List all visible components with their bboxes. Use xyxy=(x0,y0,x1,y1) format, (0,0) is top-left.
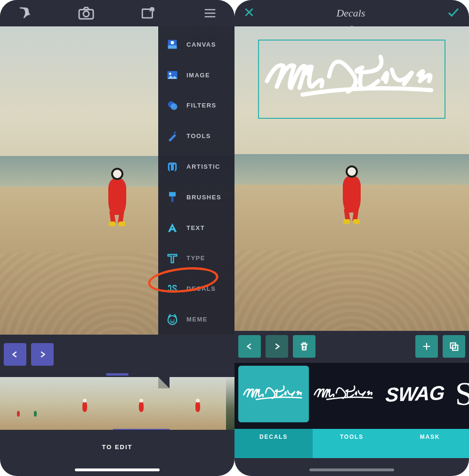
thumbnail-strip[interactable] xyxy=(0,377,234,434)
to-edit-label: TO EDIT xyxy=(0,436,234,457)
side-menu: CANVAS IMAGE FILTERS TOOLS ARTISTIC xyxy=(158,26,234,335)
filters-icon xyxy=(165,98,180,113)
redo-button[interactable] xyxy=(266,335,288,358)
photo-subject xyxy=(339,165,364,222)
undo-button[interactable] xyxy=(238,335,261,358)
decal-tile-wildfree-white[interactable] xyxy=(309,366,380,422)
screen-title: Decals xyxy=(336,7,365,19)
svg-rect-5 xyxy=(168,46,177,49)
photo-subject xyxy=(105,168,130,224)
left-phone-frame: CANVAS IMAGE FILTERS TOOLS ARTISTIC xyxy=(0,0,234,476)
svg-point-1 xyxy=(83,11,89,17)
duplicate-button[interactable] xyxy=(443,335,465,358)
tools-icon xyxy=(165,129,180,144)
delete-button[interactable] xyxy=(293,335,315,358)
menu-item-artistic[interactable]: ARTISTIC xyxy=(158,151,234,182)
wildfree-decal-glyph xyxy=(265,49,439,110)
tab-mask[interactable]: MASK xyxy=(391,429,469,458)
menu-item-meme[interactable]: MEME xyxy=(158,304,234,335)
undo-button[interactable] xyxy=(4,343,26,366)
meme-icon xyxy=(165,312,180,327)
canvas-icon xyxy=(165,37,180,52)
thumbnail-2[interactable] xyxy=(57,377,113,430)
menu-icon[interactable] xyxy=(196,6,224,20)
menu-label-filters: FILTERS xyxy=(186,102,217,109)
svg-point-13 xyxy=(168,315,177,324)
menu-item-text[interactable]: TEXT xyxy=(158,213,234,243)
thumbnail-4[interactable] xyxy=(170,377,226,430)
decal-tile-swag[interactable]: SWAG xyxy=(380,366,450,422)
tab-decals[interactable]: DECALS xyxy=(234,429,313,458)
home-indicator[interactable] xyxy=(309,468,394,471)
bottom-tabs: DECALS TOOLS MASK xyxy=(234,429,469,458)
selected-decal-wildfree[interactable] xyxy=(258,40,445,119)
decal-tile-wildfree-teal[interactable] xyxy=(238,366,309,422)
menu-item-brushes[interactable]: BRUSHES xyxy=(158,182,234,213)
canvas-photo[interactable]: CANVAS IMAGE FILTERS TOOLS ARTISTIC xyxy=(0,26,234,335)
decal-tile-partial[interactable]: S xyxy=(450,366,469,422)
menu-label-brushes: BRUSHES xyxy=(186,194,221,201)
top-bar xyxy=(0,0,234,26)
thumbnail-3-current[interactable] xyxy=(113,377,170,430)
thumbnail-5[interactable] xyxy=(226,377,234,430)
brushes-icon xyxy=(165,189,180,205)
menu-label-text: TEXT xyxy=(186,224,205,231)
menu-label-artistic: ARTISTIC xyxy=(186,163,220,170)
redo-button[interactable] xyxy=(31,343,54,366)
menu-label-tools: TOOLS xyxy=(186,132,211,140)
strip-handle[interactable] xyxy=(106,373,129,376)
home-indicator[interactable] xyxy=(75,468,160,471)
add-button[interactable] xyxy=(415,335,438,358)
artistic-icon xyxy=(165,159,180,174)
menu-item-filters[interactable]: FILTERS xyxy=(158,90,234,121)
menu-label-image: IMAGE xyxy=(186,72,210,79)
menu-item-decals[interactable]: DECALS xyxy=(158,273,234,304)
svg-point-4 xyxy=(171,41,174,44)
type-icon xyxy=(165,251,180,266)
close-button[interactable] xyxy=(243,6,255,20)
history-bar xyxy=(0,335,234,374)
thumbnail-1[interactable] xyxy=(0,377,57,430)
right-phone-frame: Decals ⌄ xyxy=(234,0,469,476)
svg-rect-11 xyxy=(169,192,176,197)
confirm-button[interactable] xyxy=(446,5,461,21)
menu-label-decals: DECALS xyxy=(186,285,216,292)
canvas-photo[interactable] xyxy=(234,26,469,331)
menu-label-meme: MEME xyxy=(186,316,208,323)
decals-top-bar: Decals ⌄ xyxy=(234,0,469,26)
menu-label-type: TYPE xyxy=(186,254,205,262)
menu-item-image[interactable]: IMAGE xyxy=(158,60,234,90)
decal-gallery[interactable]: SWAG S xyxy=(234,363,469,430)
decals-icon xyxy=(165,281,180,296)
svg-point-9 xyxy=(171,103,178,110)
svg-rect-10 xyxy=(168,162,177,171)
menu-item-type[interactable]: TYPE xyxy=(158,243,234,274)
share-icon[interactable] xyxy=(134,6,162,20)
decal-toolbar xyxy=(234,331,469,362)
logo-icon[interactable] xyxy=(10,6,39,20)
menu-label-canvas: CANVAS xyxy=(186,41,216,48)
menu-item-tools[interactable]: TOOLS xyxy=(158,121,234,151)
svg-rect-12 xyxy=(171,197,174,202)
camera-icon[interactable] xyxy=(72,6,100,20)
menu-item-canvas[interactable]: CANVAS xyxy=(158,29,234,60)
text-icon xyxy=(165,220,180,235)
tab-tools[interactable]: TOOLS xyxy=(313,429,391,458)
image-icon xyxy=(165,67,180,82)
svg-point-7 xyxy=(169,73,171,75)
